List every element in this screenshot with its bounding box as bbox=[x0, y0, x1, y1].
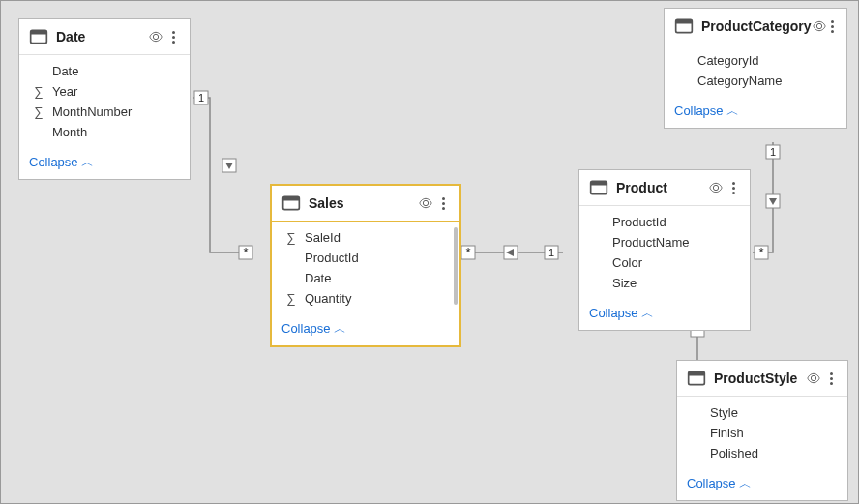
table-card-productcategory[interactable]: ProductCategory ∑CategoryId ∑CategoryNam… bbox=[664, 8, 847, 129]
field-row[interactable]: ∑Quantity bbox=[272, 288, 459, 309]
svg-rect-2 bbox=[239, 246, 252, 259]
field-row[interactable]: ∑SaleId bbox=[272, 227, 459, 248]
field-list: ∑SaleId ∑ProductId ∑Date ∑Quantity bbox=[272, 222, 459, 314]
svg-rect-31 bbox=[676, 19, 693, 23]
svg-rect-14 bbox=[755, 246, 768, 259]
kebab-icon bbox=[732, 182, 735, 194]
more-options[interactable] bbox=[434, 197, 452, 210]
card-header[interactable]: Date bbox=[19, 19, 190, 55]
field-row[interactable]: ∑Date bbox=[19, 61, 190, 81]
collapse-toggle[interactable]: Collapse︿ bbox=[677, 469, 847, 500]
field-row[interactable]: ∑Month bbox=[19, 122, 190, 142]
table-title: ProductCategory bbox=[701, 18, 812, 34]
field-row[interactable]: ∑CategoryId bbox=[665, 50, 846, 71]
table-title: Product bbox=[616, 180, 707, 195]
field-row[interactable]: ∑Polished bbox=[677, 443, 847, 463]
svg-rect-16 bbox=[766, 194, 780, 208]
kebab-icon bbox=[172, 31, 175, 44]
field-row[interactable]: ∑ProductId bbox=[272, 248, 459, 268]
svg-text:*: * bbox=[243, 245, 248, 259]
more-options[interactable] bbox=[822, 372, 840, 385]
eye-icon bbox=[148, 29, 163, 44]
field-name: Date bbox=[305, 271, 331, 285]
collapse-label: Collapse bbox=[281, 321, 331, 336]
table-card-product[interactable]: Product ∑ProductId ∑ProductName ∑Color ∑… bbox=[578, 169, 751, 331]
field-row[interactable]: ∑Year bbox=[19, 81, 190, 102]
svg-text:*: * bbox=[465, 245, 470, 259]
card-header[interactable]: Sales bbox=[272, 186, 459, 222]
field-name: CategoryName bbox=[697, 74, 782, 88]
field-name: Date bbox=[52, 64, 78, 78]
field-name: Quantity bbox=[305, 291, 351, 306]
field-name: ProductName bbox=[612, 235, 689, 250]
eye-icon bbox=[418, 195, 433, 211]
svg-marker-11 bbox=[506, 249, 514, 256]
collapse-label: Collapse bbox=[687, 476, 736, 490]
field-row[interactable]: ∑Color bbox=[579, 252, 750, 273]
table-icon bbox=[281, 193, 301, 213]
field-row[interactable]: ∑MonthNumber bbox=[19, 102, 190, 122]
visibility-toggle[interactable] bbox=[707, 180, 725, 195]
field-row[interactable]: ∑Date bbox=[272, 268, 459, 288]
collapse-label: Collapse bbox=[29, 155, 78, 169]
field-list: ∑Date ∑Year ∑MonthNumber ∑Month bbox=[19, 55, 190, 148]
field-row[interactable]: ∑Style bbox=[677, 402, 847, 423]
table-icon bbox=[589, 178, 608, 197]
svg-rect-27 bbox=[283, 196, 300, 200]
svg-text:1: 1 bbox=[548, 247, 554, 258]
svg-rect-12 bbox=[766, 145, 780, 159]
more-options[interactable] bbox=[725, 182, 742, 194]
visibility-toggle[interactable] bbox=[805, 371, 822, 386]
chevron-up-icon: ︿ bbox=[726, 103, 739, 120]
visibility-toggle[interactable] bbox=[417, 195, 434, 211]
more-options[interactable] bbox=[164, 31, 182, 44]
svg-rect-4 bbox=[222, 159, 236, 172]
field-name: SaleId bbox=[305, 230, 341, 245]
scrollbar-thumb[interactable] bbox=[454, 227, 458, 305]
svg-rect-25 bbox=[31, 30, 47, 34]
svg-rect-6 bbox=[545, 246, 558, 259]
field-row[interactable]: ∑Finish bbox=[677, 423, 847, 443]
svg-text:1: 1 bbox=[770, 146, 776, 158]
field-row[interactable]: ∑ProductId bbox=[579, 212, 750, 232]
collapse-toggle[interactable]: Collapse︿ bbox=[665, 97, 846, 128]
svg-text:1: 1 bbox=[198, 92, 204, 104]
svg-text:*: * bbox=[758, 245, 763, 259]
collapse-label: Collapse bbox=[589, 306, 638, 320]
svg-marker-5 bbox=[225, 163, 233, 169]
field-list: ∑ProductId ∑ProductName ∑Color ∑Size bbox=[579, 206, 750, 299]
field-name: Year bbox=[52, 84, 77, 99]
chevron-up-icon: ︿ bbox=[641, 305, 654, 322]
table-card-productstyle[interactable]: ProductStyle ∑Style ∑Finish ∑Polished Co… bbox=[676, 360, 848, 501]
visibility-toggle[interactable] bbox=[147, 29, 164, 44]
field-name: Size bbox=[612, 276, 637, 290]
collapse-toggle[interactable]: Collapse︿ bbox=[272, 314, 459, 345]
svg-rect-33 bbox=[689, 371, 705, 375]
sigma-icon: ∑ bbox=[285, 230, 297, 245]
field-list: ∑Style ∑Finish ∑Polished bbox=[677, 397, 847, 469]
model-canvas[interactable]: 1 * 1 * 1 * 1 * Date bbox=[0, 0, 859, 504]
collapse-toggle[interactable]: Collapse︿ bbox=[19, 148, 190, 179]
table-card-date[interactable]: Date ∑Date ∑Year ∑MonthNumber ∑Month Col… bbox=[18, 18, 191, 180]
kebab-icon bbox=[831, 20, 834, 33]
eye-icon bbox=[708, 180, 724, 195]
card-header[interactable]: Product bbox=[579, 170, 750, 206]
field-name: Style bbox=[710, 405, 738, 420]
more-options[interactable] bbox=[827, 20, 839, 33]
kebab-icon bbox=[830, 372, 833, 385]
field-row[interactable]: ∑Size bbox=[579, 273, 750, 293]
table-title: Sales bbox=[309, 195, 417, 211]
card-header[interactable]: ProductCategory bbox=[665, 9, 846, 44]
field-name: Finish bbox=[710, 426, 744, 440]
field-row[interactable]: ∑CategoryName bbox=[665, 71, 846, 91]
field-name: Polished bbox=[710, 446, 758, 460]
field-name: CategoryId bbox=[697, 53, 759, 68]
field-name: ProductId bbox=[305, 251, 359, 265]
table-card-sales[interactable]: Sales ∑SaleId ∑ProductId ∑Date ∑Quantity… bbox=[270, 184, 461, 347]
collapse-toggle[interactable]: Collapse︿ bbox=[579, 299, 750, 330]
svg-rect-8 bbox=[461, 246, 475, 259]
field-row[interactable]: ∑ProductName bbox=[579, 232, 750, 252]
card-header[interactable]: ProductStyle bbox=[677, 361, 847, 397]
visibility-toggle[interactable] bbox=[812, 18, 827, 34]
chevron-up-icon: ︿ bbox=[334, 320, 346, 338]
